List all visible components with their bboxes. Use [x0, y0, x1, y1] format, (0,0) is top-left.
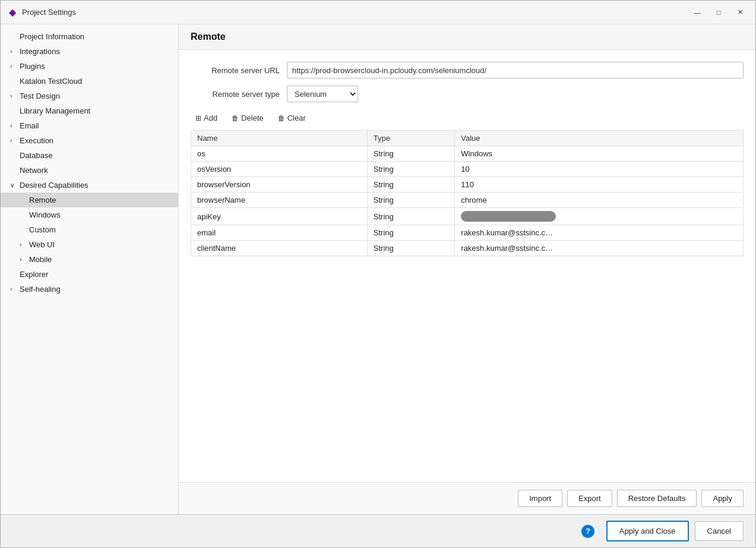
table-header-value: Value: [455, 131, 744, 146]
import-button[interactable]: Import: [518, 490, 562, 507]
masked-value: [461, 211, 556, 222]
cell-name: browserName: [191, 193, 368, 208]
table-row[interactable]: clientNameStringrakesh.kumar@sstsinc.c…: [191, 241, 744, 256]
remote-type-row: Remote server type SeleniumAppiumCustom: [191, 86, 744, 102]
table-row[interactable]: osVersionString10: [191, 162, 744, 177]
sidebar-item-custom[interactable]: Custom: [1, 222, 178, 237]
sidebar-item-desired-capabilities[interactable]: ∨Desired Capabilities: [1, 178, 178, 193]
sidebar-item-label: Explorer: [20, 270, 48, 279]
sidebar: Project Information›Integrations›Plugins…: [1, 24, 179, 514]
sidebar-item-label: Plugins: [20, 62, 45, 71]
sidebar-item-label: Windows: [29, 210, 61, 219]
chevron-icon: ›: [10, 286, 17, 292]
table-row[interactable]: emailStringrakesh.kumar@sstsinc.c…: [191, 225, 744, 241]
sidebar-item-email[interactable]: ›Email: [1, 118, 178, 133]
cell-name: clientName: [191, 241, 368, 256]
table-header-type: Type: [367, 131, 455, 146]
sidebar-item-explorer[interactable]: Explorer: [1, 267, 178, 282]
content-header: Remote: [179, 24, 755, 50]
sidebar-item-execution[interactable]: ›Execution: [1, 133, 178, 148]
sidebar-item-label: Remote: [29, 196, 56, 204]
remote-type-select[interactable]: SeleniumAppiumCustom: [287, 86, 358, 102]
sidebar-item-windows[interactable]: Windows: [1, 207, 178, 222]
sidebar-item-web-ui[interactable]: ›Web UI: [1, 237, 178, 252]
table-row[interactable]: browserVersionString110: [191, 177, 744, 193]
remote-url-input[interactable]: [287, 62, 744, 78]
cell-value: Windows: [455, 146, 744, 162]
chevron-icon: ›: [10, 137, 17, 144]
add-icon: ⊞: [195, 114, 201, 122]
sidebar-item-plugins[interactable]: ›Plugins: [1, 59, 178, 74]
chevron-icon: ∨: [10, 182, 17, 188]
sidebar-item-label: Library Management: [20, 106, 90, 115]
content-title: Remote: [191, 32, 744, 42]
sidebar-item-katalon-testcloud[interactable]: Katalon TestCloud: [1, 74, 178, 89]
sidebar-item-database[interactable]: Database: [1, 148, 178, 163]
cell-type: String: [367, 241, 455, 256]
cell-name: osVersion: [191, 162, 368, 177]
sidebar-item-label: Web UI: [29, 240, 55, 249]
content-footer: Import Export Restore Defaults Apply: [179, 482, 755, 514]
apply-and-close-button[interactable]: Apply and Close: [606, 521, 689, 541]
table-row[interactable]: osStringWindows: [191, 146, 744, 162]
table-toolbar: ⊞ Add 🗑 Delete 🗑 Clear: [191, 109, 744, 127]
cell-type: String: [367, 225, 455, 241]
table-row[interactable]: apiKeyString: [191, 208, 744, 225]
restore-defaults-button[interactable]: Restore Defaults: [617, 490, 697, 507]
sidebar-item-project-information[interactable]: Project Information: [1, 29, 178, 44]
sidebar-item-remote[interactable]: Remote: [1, 193, 178, 207]
delete-button[interactable]: 🗑 Delete: [227, 112, 268, 124]
sidebar-item-integrations[interactable]: ›Integrations: [1, 44, 178, 59]
content-body: Remote server URL Remote server type Sel…: [179, 50, 755, 482]
sidebar-item-label: Custom: [29, 225, 56, 234]
chevron-icon: ›: [20, 241, 27, 248]
clear-icon: 🗑: [278, 114, 285, 122]
sidebar-item-library-management[interactable]: Library Management: [1, 103, 178, 118]
chevron-icon: ›: [10, 48, 17, 55]
cell-type: String: [367, 193, 455, 208]
cell-type: String: [367, 162, 455, 177]
table-row[interactable]: browserNameStringchrome: [191, 193, 744, 208]
maximize-button[interactable]: □: [710, 6, 727, 19]
export-button[interactable]: Export: [567, 490, 612, 507]
remote-url-row: Remote server URL: [191, 62, 744, 78]
sidebar-item-label: Email: [20, 121, 39, 130]
cell-name: browserVersion: [191, 177, 368, 193]
clear-button[interactable]: 🗑 Clear: [273, 112, 311, 124]
cell-value: rakesh.kumar@sstsinc.c…: [455, 241, 744, 256]
window-controls: — □ ✕: [689, 6, 748, 19]
minimize-button[interactable]: —: [689, 6, 706, 19]
cell-value: rakesh.kumar@sstsinc.c…: [455, 225, 744, 241]
sidebar-item-label: Network: [20, 166, 48, 175]
cell-value: 10: [455, 162, 744, 177]
remote-url-label: Remote server URL: [191, 66, 280, 75]
add-button[interactable]: ⊞ Add: [191, 112, 222, 124]
sidebar-item-mobile[interactable]: ›Mobile: [1, 252, 178, 267]
delete-icon: 🗑: [232, 114, 239, 122]
sidebar-item-test-design[interactable]: ›Test Design: [1, 89, 178, 103]
cell-type: String: [367, 146, 455, 162]
content-area: Remote Remote server URL Remote server t…: [179, 24, 755, 514]
cell-type: String: [367, 177, 455, 193]
sidebar-item-label: Project Information: [20, 32, 84, 41]
apply-button[interactable]: Apply: [701, 490, 744, 507]
help-icon[interactable]: ?: [581, 525, 594, 538]
capabilities-table: NameTypeValue osStringWindowsosVersionSt…: [191, 130, 744, 256]
sidebar-item-network[interactable]: Network: [1, 163, 178, 178]
cell-value: chrome: [455, 193, 744, 208]
chevron-icon: ›: [10, 63, 17, 70]
sidebar-item-label: Database: [20, 151, 53, 160]
cell-value: 110: [455, 177, 744, 193]
cell-name: os: [191, 146, 368, 162]
chevron-icon: ›: [10, 122, 17, 129]
cell-type: String: [367, 208, 455, 225]
close-button[interactable]: ✕: [732, 6, 748, 19]
project-settings-window: ◆ Project Settings — □ ✕ Project Informa…: [0, 0, 756, 548]
cell-name: apiKey: [191, 208, 368, 225]
cell-value: [455, 208, 744, 225]
sidebar-item-self-healing[interactable]: ›Self-healing: [1, 282, 178, 297]
cancel-button[interactable]: Cancel: [695, 521, 744, 541]
sidebar-item-label: Integrations: [20, 47, 60, 56]
cell-name: email: [191, 225, 368, 241]
sidebar-item-label: Mobile: [29, 255, 52, 264]
